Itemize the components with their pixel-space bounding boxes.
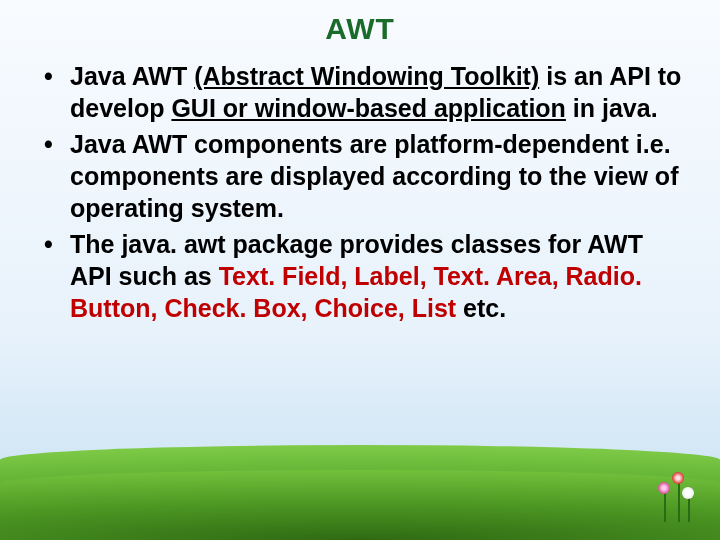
bullet-item: The java. awt package provides classes f… — [38, 228, 682, 324]
background-grass-front — [0, 470, 720, 540]
slide-content: AWT Java AWT (Abstract Windowing Toolkit… — [0, 0, 720, 324]
text-segment: in java. — [566, 94, 658, 122]
underlined-text: GUI or window-based application — [171, 94, 565, 122]
underlined-text: (Abstract Windowing Toolkit) — [194, 62, 539, 90]
bullet-item: Java AWT (Abstract Windowing Toolkit) is… — [38, 60, 682, 124]
flower-icon — [654, 472, 698, 522]
text-segment: Java AWT components are platform-depende… — [70, 130, 678, 222]
text-segment: Java AWT — [70, 62, 194, 90]
text-segment: etc. — [463, 294, 506, 322]
bullet-item: Java AWT components are platform-depende… — [38, 128, 682, 224]
bullet-list: Java AWT (Abstract Windowing Toolkit) is… — [30, 60, 690, 324]
slide-title: AWT — [30, 12, 690, 46]
